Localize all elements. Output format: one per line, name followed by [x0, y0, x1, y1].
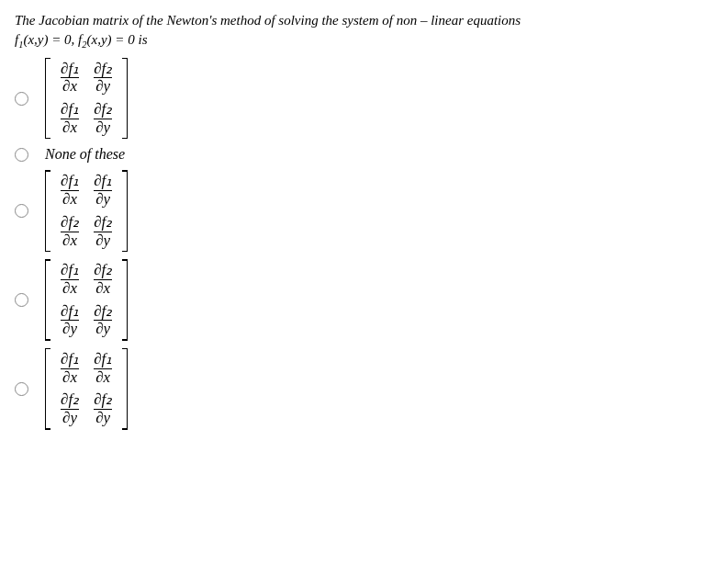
radio-icon[interactable] — [15, 92, 28, 106]
option-d-content: ∂f₁∂x ∂f₂∂x ∂f₁∂y ∂f₂∂y — [45, 259, 128, 341]
cell: ∂y — [94, 77, 112, 96]
cell: ∂f₁ — [59, 303, 81, 321]
option-a-content: ∂f₁∂x ∂f₂∂y ∂f₁∂x ∂f₂∂y — [45, 58, 128, 140]
cell: ∂f₁ — [92, 173, 114, 190]
bracket-left-icon — [45, 259, 53, 341]
cell: ∂y — [94, 320, 112, 338]
radio-icon[interactable] — [15, 293, 28, 307]
cell: ∂f₁ — [59, 173, 81, 190]
cell: ∂y — [94, 232, 112, 250]
options-list: ∂f₁∂x ∂f₂∂y ∂f₁∂x ∂f₂∂y None of these ∂f… — [15, 58, 713, 430]
option-c-content: ∂f₁∂x ∂f₁∂y ∂f₂∂x ∂f₂∂y — [45, 170, 128, 252]
bracket-right-icon — [119, 58, 128, 140]
radio-icon[interactable] — [15, 382, 28, 396]
cell: ∂f₂ — [92, 303, 114, 321]
q-line1-suffix: linear equations — [431, 13, 521, 28]
cell: ∂y — [94, 190, 112, 209]
cell: ∂x — [61, 368, 79, 387]
cell: ∂y — [94, 409, 112, 427]
cell: ∂f₁ — [59, 61, 81, 78]
cell: ∂x — [61, 279, 79, 298]
bracket-left-icon — [45, 348, 53, 430]
bracket-right-icon — [119, 259, 128, 341]
matrix-d: ∂f₁∂x ∂f₂∂x ∂f₁∂y ∂f₂∂y — [53, 259, 119, 341]
cell: ∂f₂ — [92, 214, 114, 232]
bracket-left-icon — [45, 58, 53, 140]
cell: ∂y — [61, 409, 79, 427]
cell: ∂x — [61, 77, 79, 96]
option-b-content: None of these — [45, 146, 125, 163]
cell: ∂x — [61, 119, 79, 137]
cell: ∂x — [94, 368, 112, 387]
option-e[interactable]: ∂f₁∂x ∂f₁∂x ∂f₂∂y ∂f₂∂y — [15, 348, 713, 430]
cell: ∂f₂ — [92, 262, 114, 279]
matrix-c: ∂f₁∂x ∂f₁∂y ∂f₂∂x ∂f₂∂y — [53, 170, 119, 252]
option-e-content: ∂f₁∂x ∂f₁∂x ∂f₂∂y ∂f₂∂y — [45, 348, 128, 430]
cell: ∂f₁ — [92, 351, 114, 368]
cell: ∂y — [94, 119, 112, 137]
bracket-left-icon — [45, 170, 53, 252]
radio-icon[interactable] — [15, 204, 28, 218]
cell: ∂f₂ — [92, 61, 114, 78]
cell: ∂f₂ — [59, 391, 81, 409]
q-args2: (x,y) = 0 is — [87, 32, 148, 47]
cell: ∂f₁ — [59, 262, 81, 279]
cell: ∂x — [94, 279, 112, 298]
radio-icon[interactable] — [15, 148, 28, 162]
cell: ∂f₂ — [92, 101, 114, 119]
option-b[interactable]: None of these — [15, 146, 713, 163]
q-dash: – — [417, 13, 431, 28]
cell: ∂f₁ — [59, 351, 81, 368]
cell: ∂f₁ — [59, 101, 81, 119]
q-args1: (x,y) = 0, — [23, 32, 78, 47]
cell: ∂f₂ — [59, 214, 81, 232]
cell: ∂x — [61, 232, 79, 250]
cell: ∂x — [61, 190, 79, 209]
question-text: The Jacobian matrix of the Newton's meth… — [15, 11, 713, 52]
q-line1-prefix: The Jacobian matrix of the Newton's meth… — [15, 13, 417, 28]
cell: ∂f₂ — [92, 391, 114, 409]
option-d[interactable]: ∂f₁∂x ∂f₂∂x ∂f₁∂y ∂f₂∂y — [15, 259, 713, 341]
bracket-right-icon — [119, 170, 128, 252]
matrix-e: ∂f₁∂x ∂f₁∂x ∂f₂∂y ∂f₂∂y — [53, 348, 119, 430]
cell: ∂y — [61, 320, 79, 338]
matrix-a: ∂f₁∂x ∂f₂∂y ∂f₁∂x ∂f₂∂y — [53, 58, 119, 140]
option-a[interactable]: ∂f₁∂x ∂f₂∂y ∂f₁∂x ∂f₂∂y — [15, 58, 713, 140]
bracket-right-icon — [119, 348, 128, 430]
option-c[interactable]: ∂f₁∂x ∂f₁∂y ∂f₂∂x ∂f₂∂y — [15, 170, 713, 252]
